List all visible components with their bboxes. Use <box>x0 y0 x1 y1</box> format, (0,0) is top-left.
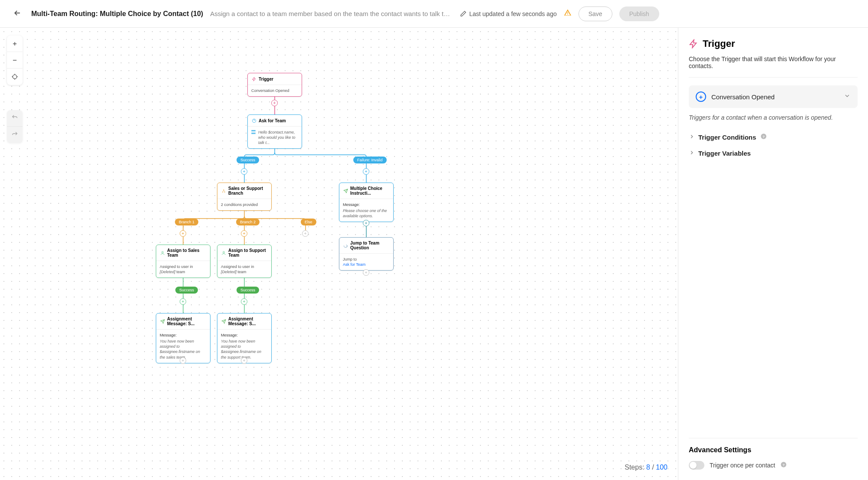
node-msg-support-label: Assignment Message: S... <box>228 317 268 326</box>
jump-icon <box>343 243 348 248</box>
chevron-right-icon <box>689 134 695 141</box>
add-failure-path[interactable]: + <box>363 168 369 175</box>
bolt-icon <box>251 76 256 82</box>
svg-text:?: ? <box>763 135 765 139</box>
pill-else: Else <box>301 219 316 225</box>
node-jump-label: Jump to Team Question <box>350 241 390 250</box>
pencil-icon <box>460 10 467 17</box>
add-after-trigger[interactable]: + <box>271 100 278 106</box>
page-description: Assign a contact to a team member based … <box>210 10 453 17</box>
user-icon <box>221 250 226 255</box>
node-mc-label: Multiple Choice Instructi... <box>350 186 390 196</box>
svg-text:?: ? <box>783 463 785 467</box>
sidebar-title: Trigger <box>703 38 735 49</box>
trigger-variables-label: Trigger Variables <box>698 150 751 157</box>
pill-success: Success <box>237 157 259 163</box>
pill-ok1: Success <box>175 287 198 294</box>
node-jump[interactable]: Jump to Team Question Jump to Ask for Te… <box>339 237 394 271</box>
trigger-variables-row[interactable]: Trigger Variables <box>689 145 858 161</box>
add-after-msg-support[interactable]: + <box>241 357 247 364</box>
node-msg-support-msg: You have now been assigned to $assignee.… <box>221 339 268 360</box>
node-branch[interactable]: Sales or Support Branch 2 conditions pro… <box>217 183 272 211</box>
sidebar-desc: Choose the Trigger that will start this … <box>689 56 858 69</box>
trigger-conditions-row[interactable]: Trigger Conditions ? <box>689 129 858 145</box>
arrow-left-icon <box>13 9 22 17</box>
sidebar-title-row: Trigger <box>689 38 858 49</box>
last-updated-text: Last updated a few seconds ago <box>469 10 557 17</box>
node-msg-sales-msg: You have now been assigned to $assignee.… <box>160 339 207 360</box>
pill-failure: Failure: Invalid <box>353 157 387 163</box>
node-trigger[interactable]: Trigger Conversation Opened <box>247 73 302 97</box>
add-branch1[interactable]: + <box>180 230 186 237</box>
back-button[interactable] <box>10 6 24 21</box>
bolt-icon <box>689 39 698 49</box>
send-icon <box>221 319 226 324</box>
header: Multi-Team Routing: Multiple Choice by C… <box>0 0 868 28</box>
node-mc-msg-label: Message: <box>343 202 390 207</box>
svg-point-2 <box>161 251 163 253</box>
node-ask[interactable]: Ask for Team Hello $contact.name, who wo… <box>247 114 302 149</box>
node-jump-body-label: Jump to <box>343 257 390 262</box>
send-icon <box>343 188 348 193</box>
last-updated[interactable]: Last updated a few seconds ago <box>460 10 557 17</box>
pill-branch2: Branch 2 <box>236 219 260 225</box>
page-title: Multi-Team Routing: Multiple Choice by C… <box>31 10 203 18</box>
add-after-jump[interactable]: + <box>363 269 369 276</box>
add-success-path[interactable]: + <box>241 168 247 175</box>
node-jump-body-target: Ask for Team <box>343 262 390 267</box>
save-button[interactable]: Save <box>579 7 612 21</box>
node-assign-sales-body: Assigned to user in [Deleted] team <box>156 261 210 278</box>
node-ask-label: Ask for Team <box>259 118 286 123</box>
node-msg-sales-label: Assignment Message: S... <box>167 317 207 326</box>
node-assign-support[interactable]: Assign to Support Team Assigned to user … <box>217 245 272 278</box>
help-icon[interactable]: ? <box>760 133 767 141</box>
sidebar: Trigger Choose the Trigger that will sta… <box>678 28 868 480</box>
conversation-opened-icon: + <box>696 91 706 102</box>
publish-button[interactable]: Publish <box>619 7 659 21</box>
chevron-right-icon <box>689 150 695 157</box>
workflow-canvas[interactable]: Trigger Conversation Opened + Ask for Te… <box>0 28 678 480</box>
toggle-once-row: Trigger once per contact ? <box>689 461 858 470</box>
steps-counter: Steps: 8 / 100 <box>625 464 667 471</box>
trigger-select[interactable]: + Conversation Opened <box>689 85 858 108</box>
svg-point-3 <box>223 251 224 253</box>
node-trigger-label: Trigger <box>259 77 273 82</box>
add-success2[interactable]: + <box>241 298 247 305</box>
branch-icon <box>221 188 226 193</box>
node-msg-support[interactable]: Assignment Message: S... Message: You ha… <box>217 313 272 363</box>
help-icon[interactable]: ? <box>780 461 787 470</box>
node-assign-support-label: Assign to Support Team <box>228 248 268 258</box>
node-jump-body: Jump to Ask for Team <box>339 254 393 270</box>
user-icon <box>160 250 165 255</box>
node-branch-body: 2 conditions provided <box>217 199 271 210</box>
add-branch2[interactable]: + <box>241 230 247 237</box>
divider <box>689 77 858 78</box>
node-msg-sales[interactable]: Assignment Message: S... Message: You ha… <box>156 313 210 363</box>
node-trigger-body: Conversation Opened <box>248 85 302 96</box>
trigger-select-desc: Triggers for a contact when a conversati… <box>689 114 858 121</box>
node-assign-sales[interactable]: Assign to Sales Team Assigned to user in… <box>156 245 210 278</box>
add-else[interactable]: + <box>302 230 309 237</box>
node-multiple-choice[interactable]: Multiple Choice Instructi... Message: Pl… <box>339 183 394 222</box>
add-after-mc[interactable]: + <box>363 220 369 226</box>
add-after-msg-sales[interactable]: + <box>180 357 186 364</box>
advanced-settings: Advanced Settings Trigger once per conta… <box>689 438 858 470</box>
trigger-select-label: Conversation Opened <box>711 93 838 101</box>
chevron-down-icon <box>844 92 851 101</box>
node-ask-body: Hello $contact.name, who would you like … <box>258 130 298 145</box>
node-assign-support-body: Assigned to user in [Deleted] team <box>217 261 271 278</box>
send-icon <box>160 319 165 324</box>
question-icon <box>251 118 256 123</box>
pill-branch1: Branch 1 <box>175 219 198 225</box>
warning-icon[interactable] <box>564 9 572 19</box>
main: Trigger Conversation Opened + Ask for Te… <box>0 28 868 480</box>
toggle-once-per-contact[interactable] <box>689 461 704 470</box>
node-msg-support-msglabel: Message: <box>221 333 268 338</box>
add-success1[interactable]: + <box>180 298 186 305</box>
trigger-conditions-label: Trigger Conditions <box>698 134 756 141</box>
advanced-settings-title: Advanced Settings <box>689 438 858 454</box>
node-assign-sales-label: Assign to Sales Team <box>167 248 207 258</box>
node-mc-msg: Please choose one of the available optio… <box>343 208 390 219</box>
message-lines-icon <box>251 130 256 135</box>
toggle-once-label: Trigger once per contact <box>710 462 775 469</box>
